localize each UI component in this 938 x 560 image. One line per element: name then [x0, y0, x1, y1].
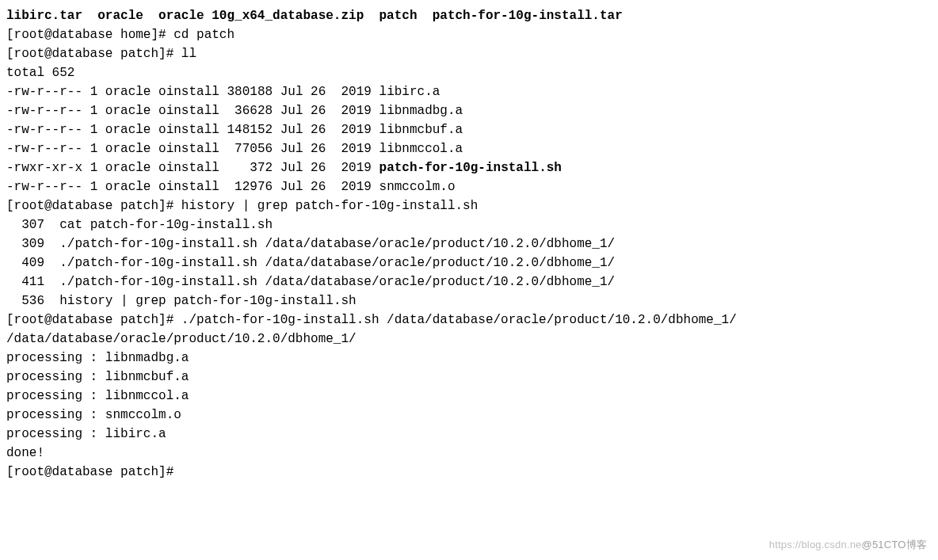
prompt-line[interactable]: [root@database patch]# history | grep pa… [6, 196, 932, 215]
file-row: -rwxr-xr-x 1 oracle oinstall 372 Jul 26 … [6, 158, 932, 177]
watermark: https://blog.csdn.ne@51CTO博客 [769, 537, 927, 553]
file-name: libirc.tar [6, 9, 82, 23]
history-row: 409 ./patch-for-10g-install.sh /data/dat… [6, 253, 932, 272]
prompt: [root@database patch]# [6, 47, 173, 61]
history-row: 411 ./patch-for-10g-install.sh /data/dat… [6, 272, 932, 291]
file-row: -rw-r--r-- 1 oracle oinstall 148152 Jul … [6, 120, 932, 139]
history-row: 309 ./patch-for-10g-install.sh /data/dat… [6, 234, 932, 253]
file-name: patch-for-10g-install.tar [433, 9, 623, 23]
output-line: processing : libirc.a [6, 425, 932, 444]
file-name: libnmcbuf.a [379, 123, 463, 137]
command-text: cd patch [173, 28, 234, 42]
file-row: -rw-r--r-- 1 oracle oinstall 77056 Jul 2… [6, 139, 932, 158]
terminal-output: libirc.tar oracle oracle 10g_x64_databas… [6, 6, 932, 482]
output-line: processing : libnmadbg.a [6, 349, 932, 368]
watermark-source: @51CTO博客 [862, 539, 927, 550]
total-line: total 652 [6, 63, 932, 82]
watermark-url: https://blog.csdn.ne [769, 539, 862, 550]
output-line: /data/database/oracle/product/10.2.0/dbh… [6, 330, 932, 349]
prompt: [root@database home]# [6, 28, 166, 42]
file-name: oracle 10g_x64_database.zip [158, 9, 364, 23]
file-name: libnmccol.a [379, 142, 463, 156]
command-text: ./patch-for-10g-install.sh /data/databas… [181, 313, 737, 327]
file-name: patch [379, 9, 417, 23]
output-line: done! [6, 444, 932, 463]
history-row: 307 cat patch-for-10g-install.sh [6, 215, 932, 234]
output-line: processing : libnmccol.a [6, 387, 932, 406]
prompt: [root@database patch]# [6, 465, 173, 479]
prompt-line[interactable]: [root@database patch]# [6, 463, 932, 482]
command-text: ll [181, 47, 196, 61]
prompt-line[interactable]: [root@database patch]# ll [6, 44, 932, 63]
file-name: patch-for-10g-install.sh [379, 161, 562, 175]
file-name: libnmadbg.a [379, 104, 463, 118]
prompt-line[interactable]: [root@database home]# cd patch [6, 25, 932, 44]
prompt: [root@database patch]# [6, 313, 173, 327]
history-row: 536 history | grep patch-for-10g-install… [6, 291, 932, 310]
file-row: -rw-r--r-- 1 oracle oinstall 36628 Jul 2… [6, 101, 932, 120]
file-name: snmccolm.o [379, 180, 456, 194]
output-line: processing : snmccolm.o [6, 406, 932, 425]
file-name: libirc.a [379, 85, 440, 99]
prompt-line[interactable]: [root@database patch]# ./patch-for-10g-i… [6, 310, 932, 330]
file-name: oracle [97, 9, 143, 23]
output-line: processing : libnmcbuf.a [6, 368, 932, 387]
file-row: -rw-r--r-- 1 oracle oinstall 12976 Jul 2… [6, 177, 932, 196]
prompt: [root@database patch]# [6, 199, 173, 213]
command-text: history | grep patch-for-10g-install.sh [181, 199, 478, 213]
dir-listing-row: libirc.tar oracle oracle 10g_x64_databas… [6, 6, 932, 25]
file-row: -rw-r--r-- 1 oracle oinstall 380188 Jul … [6, 82, 932, 101]
